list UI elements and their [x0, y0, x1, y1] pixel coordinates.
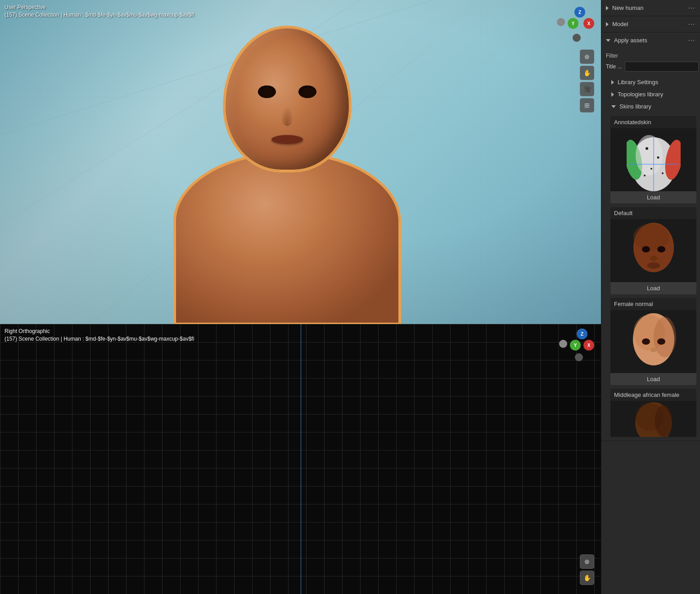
- new-human-triangle: [606, 6, 609, 10]
- title-filter-input[interactable]: [625, 62, 699, 72]
- default-svg: [629, 221, 678, 280]
- new-human-section: New human ⋯: [601, 0, 700, 16]
- annotatedskin-load-button[interactable]: Load: [610, 191, 696, 203]
- middleage-african-title: Middleage african female: [610, 389, 696, 401]
- annotatedskin-title: Annotatedskin: [610, 116, 696, 128]
- apply-assets-section: Apply assets ⋯ Filter Title ... Library …: [601, 32, 700, 441]
- apply-assets-header[interactable]: Apply assets ⋯: [601, 32, 700, 48]
- mouth: [271, 135, 303, 144]
- bottom-viewport-label: Right Orthographic (157) Scene Collectio…: [5, 328, 194, 343]
- svg-point-23: [642, 338, 650, 345]
- title-filter-label: Title ...: [606, 63, 622, 70]
- library-settings-header[interactable]: Library Settings: [607, 76, 700, 88]
- svg-point-13: [644, 175, 646, 176]
- apply-assets-menu-icon[interactable]: ⋯: [688, 36, 695, 45]
- apply-assets-label: Apply assets: [614, 37, 647, 44]
- bottom-gizmo-x[interactable]: X: [583, 340, 594, 351]
- skins-library-header[interactable]: Skins library: [607, 100, 700, 112]
- female-normal-preview: [610, 310, 696, 373]
- viewport-top-toolbar: ⊕ ✋ 🎥 ⊞: [580, 50, 594, 112]
- apply-assets-triangle: [606, 39, 610, 42]
- filter-section: Filter Title ...: [601, 48, 700, 76]
- middleage-african-preview: [610, 401, 696, 437]
- viewport-bottom[interactable]: Right Orthographic (157) Scene Collectio…: [0, 324, 601, 594]
- new-human-header[interactable]: New human ⋯: [601, 0, 700, 16]
- grid-icon[interactable]: ⊞: [580, 98, 594, 112]
- right-panel: New human ⋯ Model ⋯ Apply assets ⋯ Filte…: [601, 0, 700, 594]
- topologies-library-header[interactable]: Topologies library: [607, 88, 700, 100]
- svg-point-28: [655, 405, 672, 437]
- human-model: [152, 0, 422, 324]
- svg-point-16: [642, 246, 650, 252]
- filter-label: Filter: [606, 53, 695, 59]
- viewport-area: User Perspective (157) Scene Collection …: [0, 0, 601, 594]
- svg-point-18: [650, 256, 657, 261]
- female-normal-load-button[interactable]: Load: [610, 373, 696, 385]
- human-figure: [157, 27, 418, 324]
- new-human-label: New human: [612, 4, 643, 11]
- model-menu-icon[interactable]: ⋯: [688, 20, 695, 28]
- default-card: Default L: [610, 207, 696, 294]
- skins-triangle: [611, 105, 616, 108]
- transform-icon[interactable]: ⊕: [580, 50, 594, 64]
- svg-point-12: [662, 172, 664, 174]
- bottom-gizmo-y[interactable]: Y: [570, 340, 581, 351]
- eye-left: [258, 86, 276, 98]
- default-preview: [610, 219, 696, 282]
- default-title: Default: [610, 207, 696, 219]
- blue-line-vertical: [301, 324, 301, 594]
- svg-point-19: [647, 262, 660, 269]
- svg-point-11: [650, 168, 652, 170]
- female-svg: [629, 312, 678, 371]
- viewport-top[interactable]: User Perspective (157) Scene Collection …: [0, 0, 601, 324]
- nose: [280, 106, 294, 126]
- svg-point-10: [657, 157, 659, 159]
- annotatedskin-preview: [610, 128, 696, 191]
- bottom-gizmo-dot[interactable]: [559, 340, 567, 348]
- topologies-library-label: Topologies library: [618, 91, 663, 98]
- svg-point-17: [657, 246, 665, 252]
- bottom-gizmo-z[interactable]: Z: [577, 328, 587, 339]
- bottom-gizmo[interactable]: Z X Y: [551, 328, 596, 360]
- move-icon[interactable]: ✋: [580, 66, 594, 80]
- annotated-art: [627, 133, 681, 187]
- skins-library-label: Skins library: [619, 103, 651, 110]
- middleage-svg: [629, 401, 678, 437]
- model-section: Model ⋯: [601, 16, 700, 32]
- viewport-bottom-toolbar: ⊕ ✋: [580, 554, 594, 585]
- torso: [175, 153, 400, 324]
- top-gizmo[interactable]: Z X Y: [558, 7, 594, 43]
- skins-library-subsection: Skins library Annotatedskin: [601, 100, 700, 437]
- model-triangle: [606, 22, 609, 27]
- new-human-menu-icon[interactable]: ⋯: [688, 4, 695, 12]
- annotatedskin-card: Annotatedskin: [610, 116, 696, 203]
- default-load-button[interactable]: Load: [610, 282, 696, 294]
- library-settings-triangle: [611, 80, 614, 85]
- svg-point-24: [657, 338, 665, 345]
- topologies-library-subsection: Topologies library: [601, 88, 700, 100]
- svg-point-25: [650, 348, 657, 352]
- head: [224, 27, 350, 171]
- topologies-triangle: [611, 92, 614, 97]
- gizmo-dot[interactable]: [557, 18, 565, 26]
- bottom-transform-icon[interactable]: ⊕: [580, 554, 594, 569]
- female-normal-card: Female normal: [610, 298, 696, 385]
- camera-icon[interactable]: 🎥: [580, 82, 594, 96]
- model-header[interactable]: Model ⋯: [601, 16, 700, 32]
- gizmo-z-axis[interactable]: Z: [574, 7, 585, 18]
- gizmo-y-axis[interactable]: Y: [568, 18, 578, 29]
- svg-point-22: [654, 317, 676, 357]
- library-settings-subsection: Library Settings: [601, 76, 700, 88]
- svg-point-9: [646, 147, 648, 150]
- annotated-svg: [627, 133, 681, 191]
- bottom-move-icon[interactable]: ✋: [580, 571, 594, 585]
- svg-point-15: [633, 224, 669, 251]
- eye-right: [298, 86, 316, 98]
- middleage-african-female-card: Middleage african female: [610, 389, 696, 437]
- library-settings-label: Library Settings: [618, 79, 658, 86]
- gizmo-x-axis[interactable]: X: [583, 18, 594, 29]
- top-viewport-label: User Perspective (157) Scene Collection …: [5, 4, 194, 19]
- filter-row: Title ...: [606, 62, 695, 72]
- bottom-gizmo-dot2[interactable]: [575, 353, 583, 361]
- gizmo-dot2[interactable]: [573, 34, 581, 42]
